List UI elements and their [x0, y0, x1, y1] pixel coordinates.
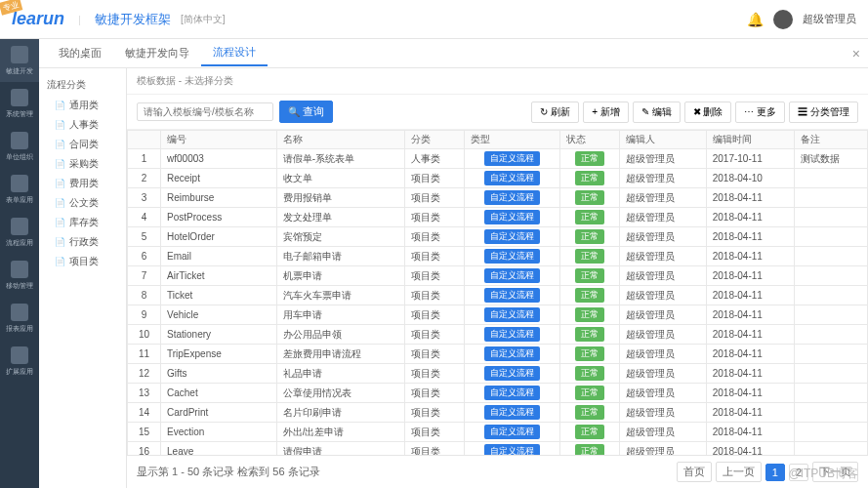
table-row[interactable]: 7AirTicket机票申请项目类 自定义流程 正常 超级管理员2018-04-…: [128, 266, 868, 286]
toolbar-删除[interactable]: ✖ 删除: [684, 102, 732, 123]
col-header: 类型: [464, 131, 560, 149]
sidebar-item-0[interactable]: 敏捷开发: [0, 39, 39, 82]
footer: 显示第 1 - 50 条记录 检索到 56 条记录 首页 上一页 1 2 下一页: [127, 455, 868, 488]
category-item-0[interactable]: 通用类: [39, 96, 126, 115]
category-item-8[interactable]: 项目类: [39, 252, 126, 271]
status-badge: 正常: [575, 444, 604, 455]
status-badge: 正常: [575, 327, 604, 342]
status-badge: 正常: [575, 210, 604, 224]
table-row[interactable]: 3Reimburse费用报销单项目类 自定义流程 正常 超级管理员2018-04…: [128, 188, 868, 208]
col-header: 编辑时间: [706, 131, 794, 149]
search-button[interactable]: 🔍 查询: [279, 101, 333, 123]
status-badge: 正常: [575, 229, 604, 244]
status-badge: 正常: [575, 307, 604, 322]
status-badge: 正常: [575, 405, 604, 420]
category-title: 流程分类: [39, 74, 126, 96]
table-row[interactable]: 5HotelOrder宾馆预定项目类 自定义流程 正常 超级管理员2018-04…: [128, 227, 868, 247]
sidebar-icon: [11, 132, 28, 149]
sidebar-item-3[interactable]: 表单应用: [0, 168, 39, 211]
table-row[interactable]: 8Ticket汽车火车票申请项目类 自定义流程 正常 超级管理员2018-04-…: [128, 286, 868, 305]
status-badge: 正常: [575, 386, 604, 400]
lang-switch[interactable]: [简体中文]: [181, 13, 226, 26]
sidebar-icon: [11, 218, 28, 235]
table-row[interactable]: 11TripExpense差旅费用申请流程项目类 自定义流程 正常 超级管理员2…: [128, 345, 868, 364]
category-item-6[interactable]: 库存类: [39, 213, 126, 232]
sidebar-icon: [11, 304, 28, 321]
category-panel: 流程分类 通用类人事类合同类采购类费用类公文类库存类行政类项目类: [39, 68, 127, 488]
search-input[interactable]: [137, 102, 273, 121]
tab-0[interactable]: 我的桌面: [47, 41, 113, 65]
page-prev[interactable]: 上一页: [716, 462, 762, 482]
col-header: [128, 131, 161, 149]
avatar[interactable]: [773, 10, 793, 29]
sidebar-item-2[interactable]: 单位组织: [0, 125, 39, 168]
status-badge: 正常: [575, 190, 604, 205]
type-badge: 自定义流程: [484, 327, 540, 342]
table-row[interactable]: 10Stationery办公用品申领项目类 自定义流程 正常 超级管理员2018…: [128, 325, 868, 345]
sidebar-icon: [11, 46, 28, 63]
table-row[interactable]: 14CardPrint名片印刷申请项目类 自定义流程 正常 超级管理员2018-…: [128, 403, 868, 423]
toolbar-刷新[interactable]: ↻ 刷新: [531, 102, 579, 123]
table-row[interactable]: 16Leave请假申请项目类 自定义流程 正常 超级管理员2018-04-11: [128, 442, 868, 456]
app-title: 敏捷开发框架: [95, 11, 171, 28]
table-row[interactable]: 13Cachet公章使用情况表项目类 自定义流程 正常 超级管理员2018-04…: [128, 384, 868, 403]
type-badge: 自定义流程: [484, 210, 540, 224]
tab-2[interactable]: 流程设计: [201, 40, 268, 66]
category-item-5[interactable]: 公文类: [39, 193, 126, 213]
type-badge: 自定义流程: [484, 366, 540, 381]
col-header: 编号: [161, 131, 277, 149]
table-row[interactable]: 1wf00003请假单-系统表单人事类 自定义流程 正常 超级管理员2017-1…: [128, 149, 868, 169]
table-row[interactable]: 15Evection外出/出差申请项目类 自定义流程 正常 超级管理员2018-…: [128, 423, 868, 442]
watermark: @ITPUB博客: [788, 466, 858, 482]
toolbar: 🔍 查询 ↻ 刷新+ 新增✎ 编辑✖ 删除⋯ 更多☰ 分类管理: [127, 95, 868, 130]
logo: learun: [12, 9, 64, 29]
username[interactable]: 超级管理员: [803, 12, 856, 26]
table-row[interactable]: 12Gifts礼品申请项目类 自定义流程 正常 超级管理员2018-04-11: [128, 364, 868, 384]
table-row[interactable]: 4PostProcess发文处理单项目类 自定义流程 正常 超级管理员2018-…: [128, 208, 868, 227]
status-badge: 正常: [575, 151, 604, 166]
sidebar-icon: [11, 346, 28, 364]
page-first[interactable]: 首页: [677, 462, 712, 482]
sidebar-icon: [11, 261, 28, 278]
col-header: 编辑人: [619, 131, 706, 149]
breadcrumb: 模板数据 - 未选择分类: [127, 68, 868, 95]
close-icon[interactable]: ×: [852, 46, 860, 61]
type-badge: 自定义流程: [484, 268, 540, 283]
status-badge: 正常: [575, 249, 604, 264]
status-badge: 正常: [575, 171, 604, 185]
sidebar-item-4[interactable]: 流程应用: [0, 211, 39, 254]
page-1[interactable]: 1: [765, 464, 785, 481]
category-item-4[interactable]: 费用类: [39, 174, 126, 193]
toolbar-编辑[interactable]: ✎ 编辑: [633, 102, 681, 123]
table-row[interactable]: 6Email电子邮箱申请项目类 自定义流程 正常 超级管理员2018-04-11: [128, 247, 868, 266]
status-badge: 正常: [575, 425, 604, 439]
col-header: 备注: [795, 131, 868, 149]
category-item-7[interactable]: 行政类: [39, 232, 126, 252]
sidebar-item-6[interactable]: 报表应用: [0, 297, 39, 340]
category-item-3[interactable]: 采购类: [39, 154, 126, 174]
type-badge: 自定义流程: [484, 405, 540, 420]
sidebar-item-7[interactable]: 扩展应用: [0, 340, 39, 383]
summary: 显示第 1 - 50 条记录 检索到 56 条记录: [137, 465, 320, 479]
sidebar-item-5[interactable]: 移动管理: [0, 254, 39, 297]
toolbar-更多[interactable]: ⋯ 更多: [735, 102, 785, 123]
table-row[interactable]: 9Vehicle用车申请项目类 自定义流程 正常 超级管理员2018-04-11: [128, 305, 868, 325]
type-badge: 自定义流程: [484, 307, 540, 322]
tabs: 我的桌面敏捷开发向导流程设计×: [39, 39, 868, 68]
type-badge: 自定义流程: [484, 444, 540, 455]
type-badge: 自定义流程: [484, 346, 540, 361]
category-item-2[interactable]: 合同类: [39, 135, 126, 154]
sidebar-item-1[interactable]: 系统管理: [0, 82, 39, 125]
sidebar-icon: [11, 89, 28, 106]
type-badge: 自定义流程: [484, 151, 540, 166]
status-badge: 正常: [575, 288, 604, 303]
bell-icon[interactable]: 🔔: [747, 12, 764, 27]
toolbar-分类管理[interactable]: ☰ 分类管理: [789, 102, 858, 123]
type-badge: 自定义流程: [484, 425, 540, 439]
tab-1[interactable]: 敏捷开发向导: [113, 41, 201, 65]
toolbar-新增[interactable]: + 新增: [583, 102, 629, 123]
table-row[interactable]: 2Receipt收文单项目类 自定义流程 正常 超级管理员2018-04-10: [128, 169, 868, 188]
col-header: 名称: [276, 131, 404, 149]
status-badge: 正常: [575, 268, 604, 283]
category-item-1[interactable]: 人事类: [39, 115, 126, 135]
